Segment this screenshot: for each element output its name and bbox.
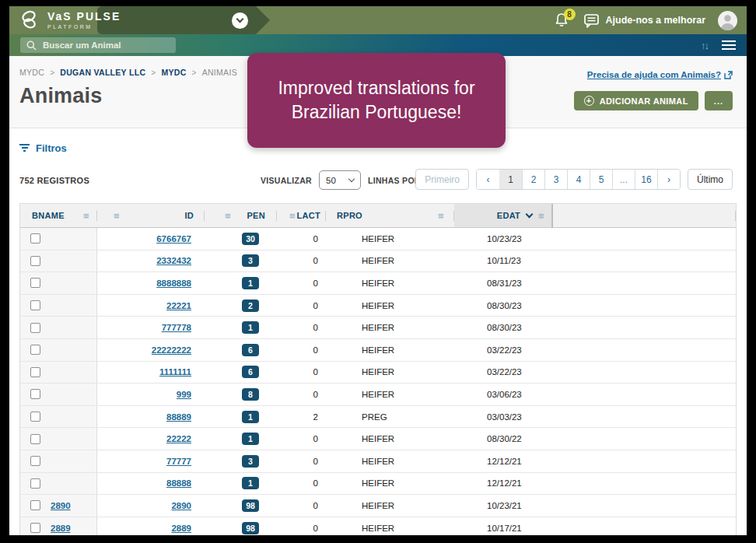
bname-cell [20,339,97,361]
row-checkbox[interactable] [30,389,40,399]
lact-cell: 0 [277,362,326,384]
animal-id-link[interactable]: 6766767 [156,234,191,243]
bname-cell [20,250,97,272]
breadcrumb-separator: > [50,68,54,77]
table-header-row: BNAME ≡ ≡ ID ≡ PEN ≡ LACT RPRO ≡ EDAT [20,204,736,228]
breadcrumb-item-mydc2[interactable]: MYDC [161,68,186,77]
row-checkbox[interactable] [30,367,40,377]
row-checkbox[interactable] [30,434,40,444]
id-cell: 2889 [97,517,205,535]
column-menu-icon[interactable]: ≡ [438,210,444,222]
edat-value: 08/30/23 [487,301,522,310]
rpro-cell: HEIFER [326,317,454,338]
edat-cell: 03/06/23 [454,384,553,405]
pen-cell: 1 [205,428,277,450]
animal-id-link[interactable]: 2890 [171,501,191,510]
first-page-button[interactable]: Primeiro [415,169,469,190]
column-header-pen[interactable]: ≡ PEN [205,204,277,227]
rpro-value: HEIFER [362,457,394,466]
user-avatar-button[interactable] [718,11,737,30]
lact-cell: 0 [277,517,326,535]
search-input[interactable] [43,40,159,50]
bname-cell [20,473,97,495]
column-menu-icon[interactable]: ≡ [538,210,544,222]
animal-id-link[interactable]: 77777 [166,457,191,466]
animal-id-link[interactable]: 88889 [166,412,191,422]
column-menu-icon[interactable]: ≡ [114,210,120,222]
rpro-cell: HEIFER [326,517,454,535]
row-checkbox[interactable] [30,500,40,510]
bname-cell [20,450,97,472]
prev-page-button[interactable]: ‹ [477,170,499,189]
breadcrumb-item-dugan-valley[interactable]: DUGAN VALLEY LLC [60,68,145,77]
animal-id-link[interactable]: 22222222 [152,345,191,355]
column-header-edat-sorted[interactable]: EDAT ≡ [454,204,553,227]
column-menu-icon[interactable]: ≡ [289,210,296,222]
row-checkbox[interactable] [30,278,40,288]
page-button-3[interactable]: 3 [544,170,567,189]
rpro-value: HEIFER [362,323,394,332]
environment-dropdown-button[interactable] [232,12,248,29]
animal-id-link[interactable]: 2889 [171,524,191,533]
more-actions-button[interactable]: ... [705,91,733,110]
animal-search-box[interactable] [20,37,176,53]
page-button-5[interactable]: 5 [590,170,612,189]
page-button-2[interactable]: 2 [522,170,544,189]
row-checkbox[interactable] [30,323,40,333]
notifications-button[interactable]: 8 [554,12,571,29]
rpro-value: HEIFER [362,524,394,533]
row-checkbox[interactable] [30,478,40,489]
column-header-lact[interactable]: ≡ LACT [277,204,326,227]
animal-id-link[interactable]: 777778 [162,323,191,332]
page-button-1[interactable]: 1 [499,170,522,189]
page-button-16[interactable]: 16 [635,170,657,189]
filler-cell [553,295,736,317]
column-header-bname[interactable]: BNAME ≡ [20,204,97,227]
animal-id-link[interactable]: 22221 [166,301,191,310]
row-checkbox[interactable] [30,523,40,533]
animal-id-link[interactable]: 1111111 [159,367,191,377]
column-menu-icon[interactable]: ≡ [225,210,231,222]
sort-order-icon[interactable]: ↑↓ [701,40,708,51]
help-link[interactable]: Precisa de ajuda com Animais? [587,70,733,79]
brand-logo[interactable]: VaS PULSE PLATFORM [19,9,121,32]
edat-cell: 03/03/23 [454,406,553,428]
next-page-button[interactable]: › [657,170,680,189]
edat-cell: 08/30/23 [454,295,553,317]
last-page-button[interactable]: Último [688,169,733,190]
environment-tab[interactable] [97,6,270,34]
bname-link[interactable]: 2889 [51,524,71,533]
menu-button[interactable] [722,40,736,50]
id-cell: 88889 [97,406,205,428]
animal-id-link[interactable]: 8888888 [156,279,191,288]
bname-cell [20,428,97,450]
lact-cell: 0 [277,272,326,294]
row-checkbox[interactable] [30,345,40,355]
bname-link[interactable]: 2890 [51,501,71,510]
id-cell: 777778 [97,317,205,338]
page-button-4[interactable]: 4 [567,170,590,189]
column-menu-icon[interactable]: ≡ [83,210,89,222]
animal-id-link[interactable]: 88888 [166,478,191,488]
row-checkbox[interactable] [30,412,40,422]
external-link-icon [724,71,733,79]
row-checkbox[interactable] [30,233,40,243]
animal-id-link[interactable]: 2332432 [156,256,191,265]
feedback-button[interactable]: Ajude-nos a melhorar [583,13,706,28]
edat-cell: 12/12/21 [454,450,553,472]
row-checkbox[interactable] [30,300,40,310]
visualizar-label: VISUALIZAR [261,176,312,185]
column-header-id[interactable]: ≡ ID [97,204,205,227]
column-header-rpro[interactable]: RPRO ≡ [326,204,454,227]
add-animal-button[interactable]: + ADICIONAR ANIMAL [574,91,698,110]
animal-id-link[interactable]: 22222 [166,434,191,443]
page-size-select[interactable]: 50 [319,170,361,190]
animal-id-link[interactable]: 999 [177,390,191,399]
breadcrumb-item-animais: ANIMAIS [202,68,237,77]
table-row: 999 8 0 HEIFER 03/06/23 [20,384,736,406]
page-title: Animais [19,84,237,108]
filters-toggle[interactable]: Filtros [19,142,67,154]
rpro-cell: HEIFER [326,272,454,294]
row-checkbox[interactable] [30,256,40,266]
row-checkbox[interactable] [30,456,40,466]
